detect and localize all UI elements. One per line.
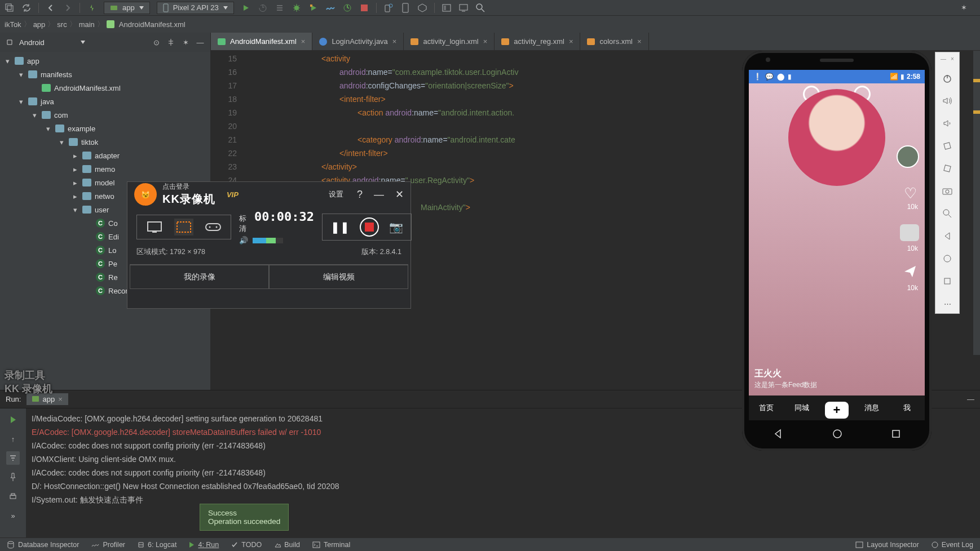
editor-tab[interactable]: colors.xml×: [580, 33, 648, 50]
tree-item[interactable]: ▾example: [0, 122, 210, 135]
android-view-icon[interactable]: [6, 38, 14, 46]
menu-icon[interactable]: [275, 3, 285, 13]
power-icon[interactable]: [941, 72, 953, 85]
build-button[interactable]: Build: [274, 541, 300, 549]
help-icon[interactable]: ?: [357, 189, 363, 201]
share-icon[interactable]: [902, 264, 918, 279]
tree-item[interactable]: AndroidManifest.xml: [0, 81, 210, 95]
emulator-icon[interactable]: [458, 3, 469, 13]
run-icon[interactable]: [241, 3, 251, 13]
tab-close-icon[interactable]: ×: [301, 37, 306, 46]
layout-inspector-button[interactable]: Layout Inspector: [855, 541, 919, 549]
forward-icon[interactable]: [63, 3, 73, 13]
tree-item[interactable]: ▸adapter: [0, 149, 210, 162]
camera-icon[interactable]: [941, 185, 953, 197]
breadcrumb-item[interactable]: ikTok: [5, 20, 21, 29]
recorder-vip[interactable]: VIP: [227, 190, 239, 199]
emulator-window[interactable]: ❕ 💬 ⬤ ▮ 📶 ▮ 2:58 ♡ 10k 10k 10k 王火火: [742, 51, 932, 451]
tab-close-icon[interactable]: ×: [569, 37, 573, 46]
like-icon[interactable]: ♡: [904, 185, 917, 202]
tab-close-icon[interactable]: ×: [392, 37, 397, 46]
tree-item[interactable]: ▸memo: [0, 162, 210, 176]
stop-icon[interactable]: [359, 3, 369, 13]
emu-overview-icon[interactable]: [941, 275, 953, 287]
game-mode-icon[interactable]: [204, 219, 223, 235]
breadcrumb-item[interactable]: app: [33, 20, 46, 29]
emu-more-icon[interactable]: ⋯: [941, 297, 953, 310]
android-recents-icon[interactable]: [891, 429, 900, 438]
sync-icon[interactable]: [21, 3, 32, 13]
nav-home[interactable]: 首页: [749, 396, 784, 420]
comment-icon[interactable]: [900, 224, 919, 241]
nav-local[interactable]: 同城: [784, 396, 819, 420]
chevron-down-icon[interactable]: [81, 41, 85, 44]
my-recordings-button[interactable]: 我的录像: [130, 265, 269, 289]
volume-up-icon[interactable]: [941, 95, 953, 107]
nav-me[interactable]: 我: [890, 396, 925, 420]
attach-debugger-icon[interactable]: [342, 3, 352, 13]
pause-icon[interactable]: ❚❚: [330, 220, 350, 234]
nav-create[interactable]: +: [819, 396, 854, 420]
gear-icon[interactable]: ✶: [961, 3, 973, 16]
android-back-icon[interactable]: [773, 429, 783, 439]
editor-tab[interactable]: activity_reg.xml×: [495, 33, 580, 50]
stop-record-button[interactable]: [360, 217, 379, 237]
collapse-all-icon[interactable]: [166, 38, 175, 47]
hide-icon[interactable]: —: [196, 38, 205, 47]
tree-item[interactable]: ▾com: [0, 108, 210, 122]
run-button[interactable]: 4: Run: [189, 541, 219, 549]
recorder-quality-label[interactable]: 标清: [239, 214, 246, 234]
logcat-button[interactable]: 6: Logcat: [138, 541, 176, 549]
recorder-login[interactable]: 点击登录: [162, 182, 215, 192]
screen-recorder-window[interactable]: 😼 点击登录 KK录像机 VIP 设置 ? — ✕ 标清 00:00:32 🔊: [127, 181, 411, 309]
save-all-icon[interactable]: [5, 3, 15, 13]
editor-tab[interactable]: activity_login.xml×: [404, 33, 495, 50]
tree-item[interactable]: ▾manifests: [0, 68, 210, 81]
author-avatar[interactable]: [897, 145, 919, 168]
volume-down-icon[interactable]: [941, 117, 953, 130]
run-config-combo[interactable]: app: [104, 2, 150, 14]
rotate-right-icon[interactable]: [941, 162, 953, 175]
volume-icon[interactable]: 🔊: [239, 236, 248, 245]
breadcrumb-item[interactable]: main: [79, 20, 95, 29]
tree-item[interactable]: ▾tiktok: [0, 135, 210, 149]
more-icon[interactable]: »: [6, 509, 20, 522]
hide-icon[interactable]: —: [967, 395, 974, 403]
device-manager-icon[interactable]: [400, 3, 410, 13]
db-inspector-button[interactable]: Database Inspector: [7, 541, 79, 549]
sdk-icon[interactable]: [417, 3, 427, 13]
editor-tab[interactable]: LoginActivity.java×: [312, 33, 404, 50]
fullscreen-mode-icon[interactable]: [145, 219, 164, 235]
feed-username[interactable]: 王火火: [754, 368, 782, 380]
tree-item[interactable]: ▾app: [0, 54, 210, 68]
tab-close-icon[interactable]: ×: [637, 37, 642, 46]
breadcrumb-item[interactable]: src: [57, 20, 67, 29]
layout-inspector-icon[interactable]: [442, 3, 452, 13]
search-icon[interactable]: [475, 3, 485, 13]
editor-tab[interactable]: AndroidManifest.xml×: [211, 33, 312, 50]
tab-close-icon[interactable]: ×: [483, 37, 488, 46]
emu-close-icon[interactable]: ×: [951, 56, 954, 62]
event-log-button[interactable]: Event Log: [932, 541, 973, 549]
apply-changes-icon[interactable]: [258, 3, 268, 13]
android-home-icon[interactable]: [832, 429, 842, 439]
rotate-left-icon[interactable]: [941, 140, 953, 152]
rerun-icon[interactable]: [6, 413, 20, 426]
debug-icon[interactable]: [292, 3, 302, 13]
project-view-label[interactable]: Android: [19, 38, 75, 47]
emu-minimize-icon[interactable]: —: [941, 56, 946, 62]
back-icon[interactable]: [46, 3, 56, 13]
recorder-settings[interactable]: 设置: [329, 189, 343, 199]
print-icon[interactable]: [6, 490, 20, 503]
up-icon[interactable]: ↑: [6, 432, 20, 446]
todo-button[interactable]: TODO: [231, 541, 262, 549]
nav-message[interactable]: 消息: [854, 396, 889, 420]
zoom-icon[interactable]: [941, 207, 953, 220]
screenshot-icon[interactable]: 📷: [389, 220, 403, 234]
close-icon[interactable]: ✕: [395, 188, 404, 201]
video-feed[interactable]: ♡ 10k 10k 10k 王火火 这是第一条Feed数据: [749, 83, 925, 396]
profiler-button[interactable]: Profiler: [91, 541, 125, 549]
emu-home-icon[interactable]: [941, 252, 953, 265]
scroll-from-source-icon[interactable]: ⊙: [152, 38, 161, 47]
filter-icon[interactable]: [6, 451, 20, 465]
